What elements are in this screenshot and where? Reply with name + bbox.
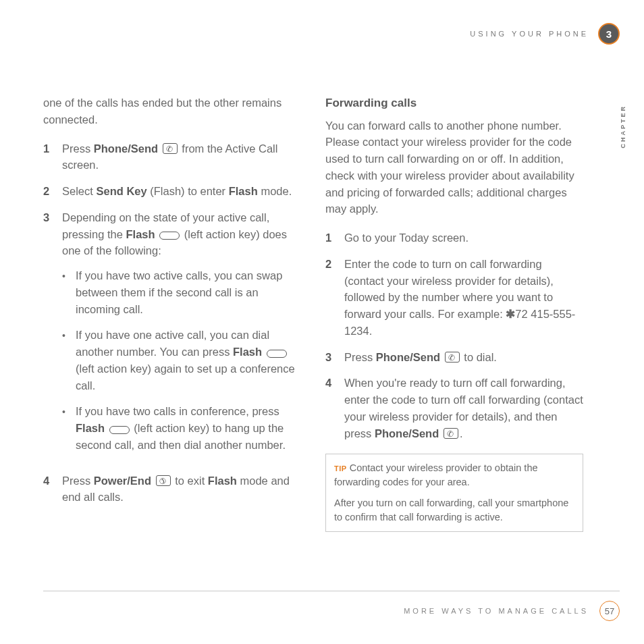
footer-text: MORE WAYS TO MANAGE CALLS [404, 607, 589, 615]
t: Power/End [94, 475, 151, 487]
step-1: 1 Go to your Today screen. [325, 230, 583, 246]
t: Flash [208, 475, 237, 487]
step-num: 3 [43, 209, 62, 463]
step-4: 4 When you're ready to turn off call for… [325, 375, 583, 441]
t: Select [62, 185, 96, 197]
step-body: Enter the code to turn on call forwardin… [344, 256, 583, 340]
t: If you have two calls in conference, pre… [76, 405, 279, 417]
step-num: 4 [43, 473, 62, 506]
header-title: USING YOUR PHONE [470, 30, 589, 38]
tip-line-2: After you turn on call forwarding, call … [334, 496, 574, 525]
star-icon: ✱ [506, 308, 515, 320]
step-num: 4 [325, 375, 344, 441]
t: If you have two active calls, you can sw… [76, 267, 301, 317]
t: Phone/Send [376, 351, 440, 363]
t: (Flash) to enter [147, 185, 229, 197]
bullet-list: • If you have two active calls, you can … [62, 267, 301, 454]
tip-line-1: TIP Contact your wireless provider to ob… [334, 461, 574, 489]
step-num: 1 [325, 230, 344, 246]
step-2: 2 Select Send Key (Flash) to enter Flash… [43, 183, 301, 200]
content-area: one of the calls has ended but the other… [43, 95, 583, 532]
step-num: 1 [43, 140, 62, 174]
phone-send-icon [163, 143, 178, 154]
step-body: Press Power/End to exit Flash mode and e… [62, 473, 301, 506]
phone-send-icon [444, 428, 458, 439]
tip-box: TIP Contact your wireless provider to ob… [325, 454, 583, 532]
step-4: 4 Press Power/End to exit Flash mode and… [43, 473, 301, 506]
right-steps: 1 Go to your Today screen. 2 Enter the c… [325, 230, 583, 441]
step-body: When you're ready to turn off call forwa… [344, 375, 583, 441]
bullet-icon: • [62, 267, 76, 317]
t: Press [344, 351, 376, 363]
chapter-side-label: CHAPTER [620, 105, 626, 149]
list-item: • If you have one active call, you can d… [62, 327, 301, 394]
t: to dial. [464, 351, 497, 363]
right-column: Forwarding calls You can forward calls t… [325, 95, 583, 532]
step-num: 3 [325, 349, 344, 366]
phone-send-label: Phone/Send [94, 142, 158, 155]
bullet-icon: • [62, 403, 76, 453]
step-num: 2 [325, 256, 344, 340]
t: . [460, 427, 463, 439]
step-1: 1 Press Phone/Send from the Active Call … [43, 140, 301, 174]
t: Contact your wireless provider to obtain… [334, 462, 538, 487]
step-num: 2 [43, 183, 62, 200]
list-item: • If you have two active calls, you can … [62, 267, 301, 317]
t: If you have two calls in conference, pre… [76, 403, 301, 453]
t: Flash [233, 346, 262, 358]
t: Press [62, 142, 94, 155]
list-item: • If you have two calls in conference, p… [62, 403, 301, 453]
t: Flash [126, 228, 155, 240]
intro-para: You can forward calls to another phone n… [325, 117, 583, 218]
t: Press [62, 475, 94, 487]
phone-send-icon [445, 352, 460, 363]
step-2: 2 Enter the code to turn on call forward… [325, 256, 583, 340]
bullet-icon: • [62, 327, 76, 394]
page-header: USING YOUR PHONE 3 [470, 23, 620, 45]
tip-label: TIP [334, 464, 347, 473]
step-body: Press Phone/Send from the Active Call sc… [62, 140, 301, 174]
t: Phone/Send [375, 427, 439, 439]
step-3: 3 Press Phone/Send to dial. [325, 349, 583, 366]
page-footer: MORE WAYS TO MANAGE CALLS 57 [43, 591, 620, 621]
step-body: Go to your Today screen. [344, 230, 583, 246]
t: Send Key [96, 185, 146, 197]
section-heading: Forwarding calls [325, 95, 583, 112]
left-column: one of the calls has ended but the other… [43, 95, 301, 532]
t: Flash [229, 185, 258, 197]
page-number: 57 [599, 601, 620, 621]
t: (left action key) again to set up a conf… [76, 363, 295, 392]
t: Flash [76, 422, 105, 434]
power-end-icon [156, 475, 171, 486]
step-body: Depending on the state of your active ca… [62, 209, 301, 463]
step-3: 3 Depending on the state of your active … [43, 209, 301, 463]
intro-para: one of the calls has ended but the other… [43, 95, 301, 128]
t: mode. [258, 185, 292, 197]
flash-key-icon [159, 232, 180, 240]
step-body: Press Phone/Send to dial. [344, 349, 583, 366]
left-steps: 1 Press Phone/Send from the Active Call … [43, 140, 301, 506]
step-body: Select Send Key (Flash) to enter Flash m… [62, 183, 301, 200]
chapter-badge: 3 [598, 23, 620, 45]
t: (left action key) to hang up the second … [76, 422, 286, 451]
t: to exit [175, 475, 208, 487]
flash-key-icon [109, 426, 130, 434]
flash-key-icon [267, 350, 287, 358]
t: If you have one active call, you can dia… [76, 327, 301, 394]
